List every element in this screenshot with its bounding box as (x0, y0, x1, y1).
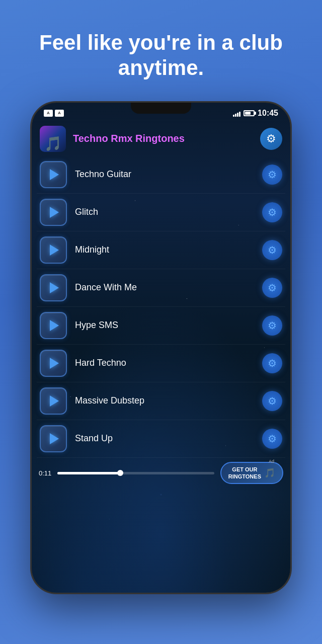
play-button-6[interactable] (40, 350, 67, 377)
song-settings-8[interactable]: ⚙ (262, 429, 282, 449)
header-settings-button[interactable]: ⚙ (260, 128, 282, 150)
song-settings-6[interactable]: ⚙ (262, 353, 282, 373)
play-button-8[interactable] (40, 425, 67, 452)
song-name-1: Techno Guitar (67, 169, 262, 180)
progress-bar[interactable] (57, 472, 214, 474)
song-settings-2[interactable]: ⚙ (262, 202, 282, 222)
song-item-2: Glitch ⚙ (37, 194, 285, 231)
ad-line2: RINGTONES (228, 473, 261, 480)
phone-screen: A A 10:45 (32, 103, 290, 593)
app-header: 🎵 Techno Rmx Ringtones ⚙ (32, 122, 290, 156)
ad-line1: GET OUR (228, 466, 261, 473)
status-icon-a2: A (55, 110, 64, 117)
song-settings-3[interactable]: ⚙ (262, 240, 282, 260)
status-time: 10:45 (258, 109, 278, 118)
phone-frame: A A 10:45 (30, 101, 292, 594)
player-bar: 0:11 Ad GET OUR RINGTONES 🎵 (32, 458, 290, 491)
song-settings-5[interactable]: ⚙ (262, 315, 282, 336)
song-name-7: Massive Dubstep (67, 395, 262, 406)
song-name-6: Hard Techno (67, 358, 262, 368)
play-icon-2 (50, 207, 59, 218)
song-item-1: Techno Guitar ⚙ (37, 156, 285, 194)
ad-banner[interactable]: Ad GET OUR RINGTONES 🎵 (220, 462, 283, 485)
ad-music-icon: 🎵 (264, 467, 275, 478)
song-name-8: Stand Up (67, 433, 262, 444)
song-item-3: Midnight ⚙ (37, 231, 285, 269)
play-button-2[interactable] (40, 199, 67, 226)
status-left: A A (44, 110, 64, 117)
song-list: Techno Guitar ⚙ Glitch ⚙ Midnight ⚙ (32, 156, 290, 458)
side-button (290, 323, 292, 353)
signal-icon (233, 110, 240, 117)
play-icon-3 (50, 245, 59, 256)
song-name-3: Midnight (67, 245, 262, 255)
current-time: 0:11 (39, 469, 51, 477)
song-settings-7[interactable]: ⚙ (262, 391, 282, 411)
song-item-8: Stand Up ⚙ (37, 420, 285, 458)
play-icon-7 (50, 395, 59, 407)
play-button-3[interactable] (40, 236, 67, 264)
notch (131, 103, 191, 114)
song-item-7: Massive Dubstep ⚙ (37, 382, 285, 420)
play-icon-6 (50, 358, 59, 369)
play-button-5[interactable] (40, 312, 67, 339)
play-icon-8 (50, 433, 59, 444)
song-settings-1[interactable]: ⚙ (262, 165, 282, 185)
song-item-5: Hype SMS ⚙ (37, 307, 285, 345)
song-name-4: Dance With Me (67, 282, 262, 293)
ad-text: GET OUR RINGTONES (228, 466, 261, 480)
play-icon-1 (50, 169, 59, 180)
progress-fill (57, 472, 120, 474)
play-icon-4 (50, 282, 59, 293)
app-icon: 🎵 (40, 126, 66, 152)
battery-icon (244, 110, 255, 116)
song-settings-4[interactable]: ⚙ (262, 278, 282, 298)
hero-title: Feel like you're in a club anytime. (0, 0, 322, 96)
song-item-6: Hard Techno ⚙ (37, 345, 285, 382)
play-button-4[interactable] (40, 274, 67, 301)
song-name-5: Hype SMS (67, 320, 262, 331)
play-button-7[interactable] (40, 387, 67, 415)
app-title: Techno Rmx Ringtones (66, 133, 260, 144)
ad-label: Ad (269, 459, 274, 464)
battery-fill (245, 112, 251, 115)
song-name-2: Glitch (67, 207, 262, 217)
progress-thumb (117, 470, 123, 476)
play-icon-5 (50, 320, 59, 331)
play-button-1[interactable] (40, 161, 67, 188)
song-item-4: Dance With Me ⚙ (37, 269, 285, 307)
app-icon-inner: 🎵 (40, 126, 66, 152)
status-icon-a1: A (44, 110, 53, 117)
status-right: 10:45 (233, 109, 278, 118)
hero-section: Feel like you're in a club anytime. (0, 0, 322, 96)
phone-mockup: A A 10:45 (30, 101, 292, 594)
